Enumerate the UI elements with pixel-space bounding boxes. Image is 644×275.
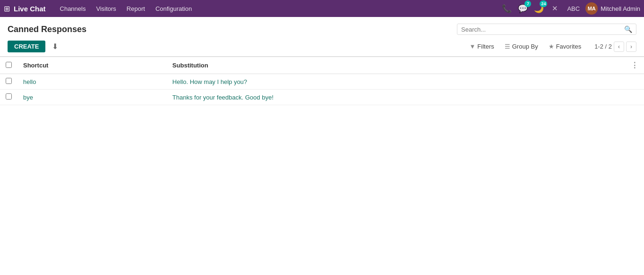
data-table: Shortcut Substitution ⋮ hello Hello. How…: [0, 57, 644, 105]
prev-page-button[interactable]: ‹: [614, 42, 624, 52]
username: Mitchell Admin: [601, 5, 640, 12]
column-options-icon[interactable]: ⋮: [631, 61, 638, 69]
row-actions: [625, 74, 644, 90]
create-button[interactable]: CREATE: [8, 41, 45, 52]
row-actions: [625, 90, 644, 105]
row-substitution: Thanks for your feedback. Good bye!: [167, 90, 625, 105]
topnav-icons: 📞 💬 7 🌙 24 ✕ ABC MA Mitchell Admin: [500, 2, 640, 15]
select-all-checkbox-header[interactable]: [0, 57, 17, 74]
grid-icon[interactable]: ⊞: [4, 4, 10, 13]
phone-icon[interactable]: 📞: [500, 2, 513, 15]
table-row: hello Hello. How may I help you?: [0, 74, 644, 90]
row-checkbox[interactable]: [6, 78, 12, 84]
favorites-button[interactable]: ★ Favorites: [544, 41, 586, 52]
toolbar-right: ▼ Filters ☰ Group By ★ Favorites 1-2 / 2…: [464, 41, 636, 52]
import-button[interactable]: ⬇: [49, 41, 61, 52]
row-checkbox[interactable]: [6, 93, 12, 100]
row-substitution: Hello. How may I help you?: [167, 74, 625, 90]
col-substitution: Substitution: [167, 57, 625, 74]
groupby-icon: ☰: [505, 43, 510, 50]
avatar[interactable]: MA: [585, 2, 598, 15]
moon-badge: 24: [540, 0, 547, 7]
search-icon: 🔍: [624, 25, 632, 33]
moon-icon[interactable]: 🌙 24: [532, 2, 545, 15]
pagination: 1-2 / 2 ‹ ›: [594, 42, 636, 52]
row-shortcut[interactable]: hello: [17, 74, 167, 90]
row-shortcut[interactable]: bye: [17, 90, 167, 105]
col-actions: ⋮: [625, 57, 644, 74]
toolbar: CREATE ⬇ ▼ Filters ☰ Group By ★ Favorite…: [0, 39, 644, 56]
table-row: bye Thanks for your feedback. Good bye!: [0, 90, 644, 105]
main-content: Canned Responses 🔍 CREATE ⬇ ▼ Filters ☰ …: [0, 17, 644, 275]
chat-badge: 7: [524, 0, 531, 7]
row-checkbox-cell[interactable]: [0, 74, 17, 90]
close-icon[interactable]: ✕: [548, 2, 561, 15]
nav-visitors[interactable]: Visitors: [91, 3, 120, 14]
pagination-range: 1-2 / 2: [594, 43, 612, 50]
top-navbar: ⊞ Live Chat Channels Visitors Report Con…: [0, 0, 644, 17]
table-header-row: Shortcut Substitution ⋮: [0, 57, 644, 74]
star-icon: ★: [549, 43, 554, 50]
search-bar: 🔍: [457, 24, 636, 35]
nav-channels[interactable]: Channels: [55, 3, 91, 14]
nav-report[interactable]: Report: [122, 3, 150, 14]
filter-icon: ▼: [469, 43, 475, 50]
groupby-button[interactable]: ☰ Group By: [500, 41, 543, 52]
abc-label: ABC: [564, 5, 583, 12]
page-header: Canned Responses 🔍: [0, 17, 644, 39]
nav-menu: Channels Visitors Report Configuration: [55, 3, 498, 14]
filters-button[interactable]: ▼ Filters: [464, 41, 498, 52]
row-checkbox-cell[interactable]: [0, 90, 17, 105]
page-title: Canned Responses: [8, 25, 86, 34]
nav-configuration[interactable]: Configuration: [151, 3, 197, 14]
select-all-checkbox[interactable]: [6, 62, 12, 68]
next-page-button[interactable]: ›: [626, 42, 636, 52]
chat-icon[interactable]: 💬 7: [516, 2, 529, 15]
search-input[interactable]: [461, 26, 624, 33]
app-name[interactable]: Live Chat: [14, 5, 46, 13]
col-shortcut: Shortcut: [17, 57, 167, 74]
